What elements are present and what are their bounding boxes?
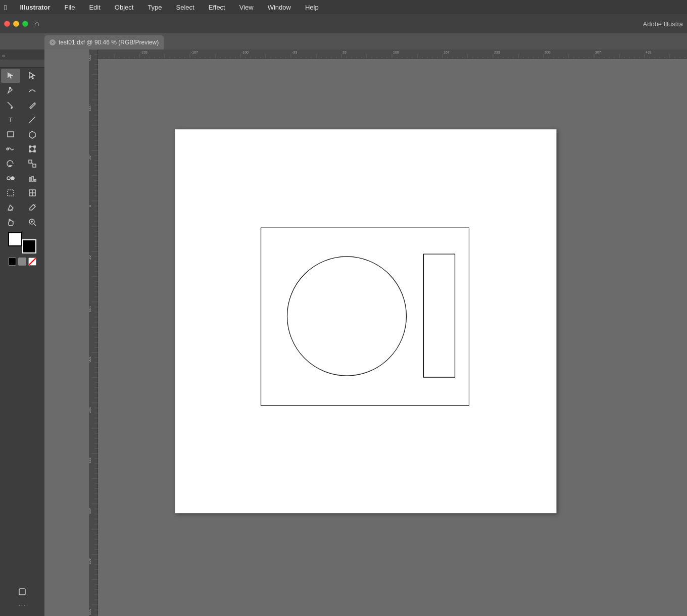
curvature-tool[interactable] xyxy=(23,83,42,97)
pen-tool[interactable] xyxy=(1,83,20,97)
svg-text:T: T xyxy=(9,116,13,124)
view-menu[interactable]: View xyxy=(236,3,257,12)
ruler-top-svg: // This will be rendered as static SVG t… xyxy=(89,49,687,58)
svg-text:33: 33 xyxy=(342,50,347,54)
svg-point-13 xyxy=(7,177,10,180)
type-tool[interactable]: T xyxy=(1,113,20,127)
svg-text:200: 200 xyxy=(89,356,91,363)
toolbar-collapse[interactable]: « xyxy=(0,52,44,60)
svg-text:-100: -100 xyxy=(241,50,249,54)
svg-rect-11 xyxy=(33,164,36,167)
svg-rect-29 xyxy=(19,589,25,595)
artboard-tool[interactable] xyxy=(1,186,20,200)
tab-bar: × test01.dxf @ 90.46 % (RGB/Preview) xyxy=(0,33,687,49)
slice-tool[interactable] xyxy=(23,186,42,200)
svg-rect-17 xyxy=(32,176,33,181)
fullscreen-button[interactable] xyxy=(22,21,28,27)
line-tool[interactable] xyxy=(23,113,42,127)
apple-menu-icon[interactable]:  xyxy=(4,3,7,12)
svg-rect-6 xyxy=(29,146,31,147)
svg-text:-200: -200 xyxy=(89,54,91,61)
eyedropper-tool[interactable] xyxy=(23,200,42,215)
shaper-tool[interactable] xyxy=(23,127,42,141)
ruler-left: -200-133-67067133200267333400467533 xyxy=(89,49,98,616)
svg-text:-167: -167 xyxy=(191,50,198,54)
none-swatch[interactable] xyxy=(28,258,36,266)
help-menu[interactable]: Help xyxy=(302,3,322,12)
svg-line-2 xyxy=(29,117,35,123)
document-tab[interactable]: × test01.dxf @ 90.46 % (RGB/Preview) xyxy=(44,35,164,49)
zoom-tool[interactable] xyxy=(23,215,42,229)
tool-grid: T xyxy=(0,68,44,230)
home-icon[interactable]: ⌂ xyxy=(34,19,39,28)
ruler-horizontal-start xyxy=(0,60,44,68)
svg-text:433: 433 xyxy=(646,50,652,54)
svg-text:-67: -67 xyxy=(89,155,91,160)
toolbar: « xyxy=(0,49,44,616)
svg-rect-9 xyxy=(34,150,35,152)
stroke-swatch[interactable] xyxy=(22,239,36,253)
direct-selection-tool[interactable] xyxy=(23,69,42,83)
menu-bar:  Illustrator File Edit Object Type Sele… xyxy=(0,0,687,14)
svg-text:67: 67 xyxy=(89,255,91,260)
svg-text:-233: -233 xyxy=(140,50,148,54)
svg-text:133: 133 xyxy=(89,306,91,312)
free-transform-tool[interactable] xyxy=(23,142,42,156)
color-swatches[interactable] xyxy=(8,232,36,253)
main-layout: « xyxy=(0,49,687,616)
edit-menu[interactable]: Edit xyxy=(86,3,103,12)
svg-text:167: 167 xyxy=(444,50,450,54)
default-colors-icon[interactable] xyxy=(18,258,26,266)
svg-text:-133: -133 xyxy=(89,104,91,111)
svg-text:467: 467 xyxy=(89,558,91,564)
traffic-lights xyxy=(4,21,28,27)
canvas-area[interactable]: // This will be rendered as static SVG t… xyxy=(44,49,687,616)
close-button[interactable] xyxy=(4,21,10,27)
rectangle-tool[interactable] xyxy=(1,127,20,141)
warp-tool[interactable] xyxy=(1,142,20,156)
tab-title: test01.dxf @ 90.46 % (RGB/Preview) xyxy=(59,39,159,46)
effect-menu[interactable]: Effect xyxy=(206,3,228,12)
svg-text:400: 400 xyxy=(89,508,91,514)
ruler-top: // This will be rendered as static SVG t… xyxy=(89,49,687,59)
more-tools-button[interactable]: ··· xyxy=(18,601,26,610)
svg-point-14 xyxy=(11,177,14,180)
hand-tool[interactable] xyxy=(1,215,20,229)
svg-point-0 xyxy=(10,87,11,89)
svg-text:367: 367 xyxy=(595,50,601,54)
object-menu[interactable]: Object xyxy=(112,3,137,12)
svg-text:533: 533 xyxy=(89,609,91,615)
color-area xyxy=(0,230,44,268)
type-menu[interactable]: Type xyxy=(144,3,165,12)
symbol-sprayer-tool[interactable] xyxy=(13,585,32,599)
svg-text:-33: -33 xyxy=(292,50,297,54)
select-menu[interactable]: Select xyxy=(173,3,198,12)
paintbrush-tool[interactable] xyxy=(1,98,20,112)
blend-tool[interactable] xyxy=(1,171,20,185)
circle-shape[interactable] xyxy=(287,256,407,376)
minimize-button[interactable] xyxy=(13,21,19,27)
app-name-menu[interactable]: Illustrator xyxy=(17,3,53,12)
outer-rectangle[interactable] xyxy=(261,228,469,405)
rotate-tool[interactable] xyxy=(1,157,20,171)
svg-text:233: 233 xyxy=(494,50,500,54)
selection-tool[interactable] xyxy=(1,69,20,83)
svg-rect-7 xyxy=(34,146,35,147)
fill-swatch[interactable] xyxy=(8,232,22,246)
swatch-mini-row xyxy=(3,258,41,266)
chart-tool[interactable] xyxy=(23,171,42,185)
inner-rectangle[interactable] xyxy=(424,254,455,377)
svg-rect-8 xyxy=(29,150,31,152)
scale-tool[interactable] xyxy=(23,157,42,171)
pencil-tool[interactable] xyxy=(23,98,42,112)
drawing-svg xyxy=(175,129,557,513)
file-menu[interactable]: File xyxy=(61,3,78,12)
swap-colors-icon[interactable] xyxy=(8,258,16,266)
eraser-tool[interactable] xyxy=(1,200,20,215)
title-bar: ⌂ Adobe Illustra xyxy=(0,14,687,33)
svg-text:333: 333 xyxy=(89,457,91,464)
svg-line-12 xyxy=(32,163,33,164)
window-menu[interactable]: Window xyxy=(265,3,294,12)
tab-close-button[interactable]: × xyxy=(50,39,56,45)
svg-rect-18 xyxy=(34,179,36,181)
